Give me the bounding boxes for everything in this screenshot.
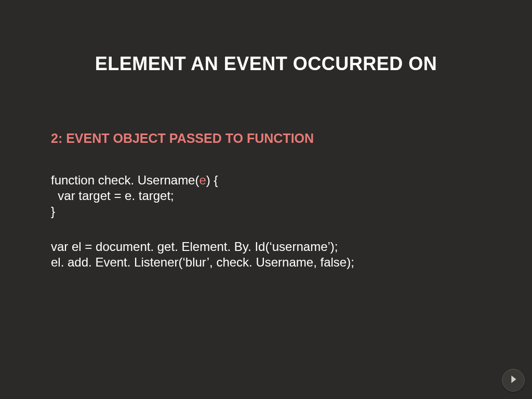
code-line: var target = e. target;: [51, 188, 218, 204]
code-line: function check. Username(e) {: [51, 172, 218, 188]
code-text: function check. Username(: [51, 173, 199, 187]
arrow-right-icon: [508, 374, 519, 387]
code-line: var el = document. get. Element. By. Id(…: [51, 239, 354, 255]
code-block-1: function check. Username(e) { var target…: [51, 172, 218, 219]
next-slide-button[interactable]: [502, 369, 525, 392]
slide-title: ELEMENT AN EVENT OCCURRED ON: [0, 53, 532, 75]
slide-subtitle: 2: EVENT OBJECT PASSED TO FUNCTION: [51, 131, 314, 146]
slide: ELEMENT AN EVENT OCCURRED ON 2: EVENT OB…: [0, 0, 532, 399]
code-line: }: [51, 204, 218, 219]
code-line: el. add. Event. Listener(‘blur’, check. …: [51, 255, 354, 270]
code-text: ) {: [206, 173, 218, 187]
code-highlight-e: e: [199, 173, 206, 187]
code-block-2: var el = document. get. Element. By. Id(…: [51, 239, 354, 270]
